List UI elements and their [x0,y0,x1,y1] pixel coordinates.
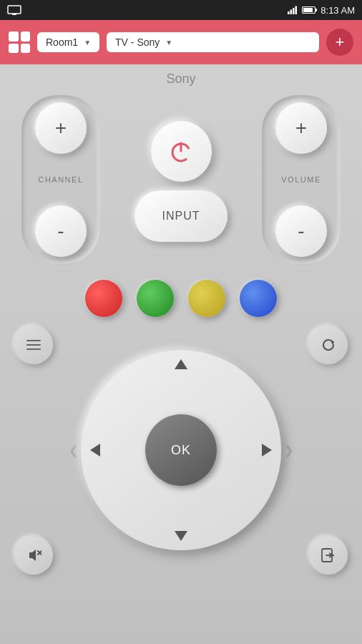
volume-panel: + VOLUME - [262,95,341,264]
dpad-circle: OK [81,350,281,550]
device-label: TV - Sony [115,36,160,48]
dpad-right-button[interactable] [261,443,273,457]
channel-up-button[interactable]: + [35,102,87,154]
remote-body: Sony + CHANNEL - INPUT + VOLUME - [0,64,362,644]
svg-rect-8 [315,9,318,11]
volume-up-button[interactable]: + [275,102,327,154]
nav-row-top [14,326,348,364]
left-side-arrow[interactable]: ❮ [69,444,78,457]
header: Room1 ▼ TV - Sony ▼ + [0,20,362,64]
menu-button[interactable] [14,326,53,364]
exit-icon [321,547,336,563]
svg-marker-14 [262,444,272,457]
volume-label: VOLUME [281,175,321,184]
svg-marker-15 [29,550,36,561]
svg-rect-5 [295,6,298,15]
signal-icon [288,6,299,14]
dpad-container: OK [81,350,281,550]
right-arrow-icon [261,443,273,457]
nav-area: ❮ [0,326,362,575]
battery-icon [302,6,318,14]
ok-button[interactable]: OK [145,414,217,486]
mute-button[interactable] [14,536,53,575]
power-button[interactable] [151,121,212,182]
device-dropdown[interactable]: TV - Sony ▼ [107,32,319,52]
power-icon [167,137,195,165]
device-title: Sony [166,72,195,87]
status-time: 8:13 AM [321,5,355,16]
input-button[interactable]: INPUT [134,190,228,242]
status-bar-left [7,5,21,15]
status-bar: 8:13 AM [0,0,362,20]
channel-down-button[interactable]: - [35,205,87,257]
volume-down-button[interactable]: - [275,205,327,257]
nav-with-sides: ❮ [69,350,293,550]
center-column: INPUT [100,118,262,242]
svg-marker-13 [90,444,100,457]
channel-panel: + CHANNEL - [21,95,100,264]
refresh-icon [321,337,336,353]
svg-rect-7 [303,8,313,12]
channel-label: CHANNEL [38,175,83,184]
top-controls: + CHANNEL - INPUT + VOLUME - [0,95,362,264]
mute-icon [26,547,41,563]
green-button[interactable] [137,280,174,317]
status-icons: 8:13 AM [288,5,355,16]
room-dropdown-arrow: ▼ [84,39,91,47]
color-buttons [85,280,277,317]
yellow-button[interactable] [188,280,225,317]
svg-rect-3 [290,10,293,15]
left-arrow-icon [89,443,101,457]
refresh-button[interactable] [309,326,348,364]
right-side-arrow[interactable]: ❯ [284,444,293,457]
svg-rect-2 [288,11,290,14]
svg-rect-4 [293,8,295,14]
svg-rect-0 [8,6,21,14]
dpad-left-button[interactable] [89,443,101,457]
grid-icon[interactable] [9,31,30,53]
red-button[interactable] [85,280,122,317]
screen-icon [7,5,21,15]
room-dropdown[interactable]: Room1 ▼ [37,32,99,52]
svg-rect-1 [12,14,16,15]
nav-row-bottom [14,536,348,575]
device-dropdown-arrow: ▼ [165,39,172,47]
room-label: Room1 [46,36,78,48]
blue-button[interactable] [240,280,277,317]
hamburger-icon [26,340,41,350]
exit-button[interactable] [309,536,348,575]
add-button[interactable]: + [326,29,353,56]
